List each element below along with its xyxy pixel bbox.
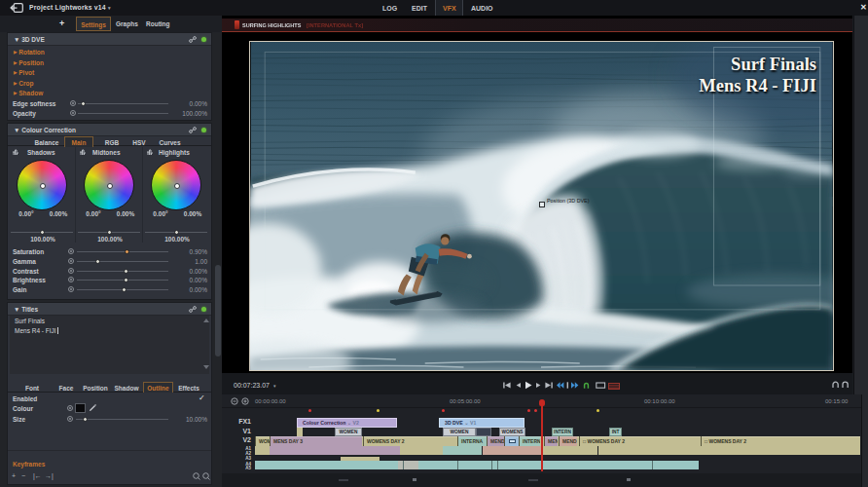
svg-text:Position (3D DVE): Position (3D DVE)	[547, 198, 590, 204]
